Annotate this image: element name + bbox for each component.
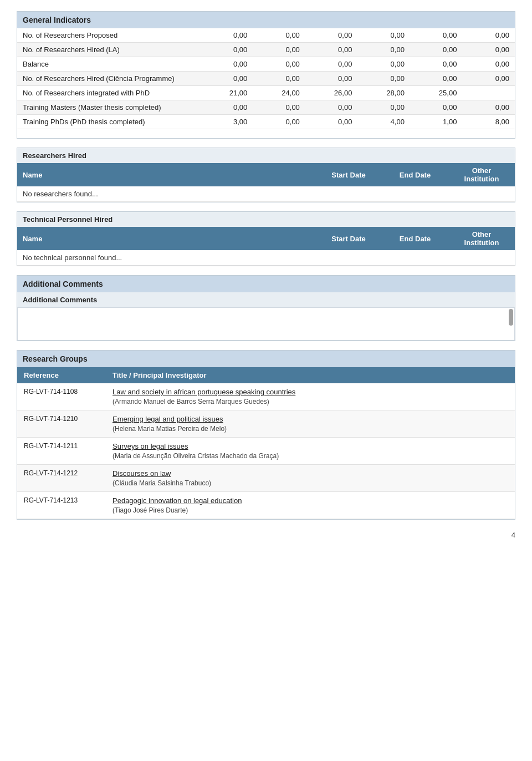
technical-end-date-col-header: End Date bbox=[382, 227, 448, 250]
general-row-value: 0,00 bbox=[201, 28, 253, 43]
general-row-value: 0,00 bbox=[201, 100, 253, 115]
research-group-row: RG-LVT-714-1213Pedagogic innovation on l… bbox=[17, 492, 515, 519]
rg-reference-col-header: Reference bbox=[17, 367, 106, 383]
technical-name-col-header: Name bbox=[17, 227, 315, 250]
general-row-value: 1,00 bbox=[410, 115, 463, 129]
rg-reference: RG-LVT-714-1210 bbox=[17, 410, 106, 438]
general-row-value: 26,00 bbox=[305, 86, 358, 100]
research-group-row: RG-LVT-714-1210Emerging legal and politi… bbox=[17, 410, 515, 438]
general-indicators-section: General Indicators No. of Researchers Pr… bbox=[17, 11, 515, 139]
general-row-value: 0,00 bbox=[462, 43, 515, 57]
rg-title-cell: Emerging legal and political issues(Hele… bbox=[106, 410, 515, 438]
general-indicators-row: Training Masters (Master thesis complete… bbox=[17, 100, 515, 115]
research-group-row: RG-LVT-714-1108Law and society in africa… bbox=[17, 383, 515, 410]
general-row-value: 0,00 bbox=[201, 72, 253, 86]
general-row-value: 0,00 bbox=[357, 57, 410, 72]
research-groups-table: Reference Title / Principal Investigator… bbox=[17, 367, 515, 519]
researchers-no-found-row: No researchers found... bbox=[17, 186, 515, 202]
research-group-row: RG-LVT-714-1212Discourses on law(Cláudia… bbox=[17, 465, 515, 492]
rg-reference: RG-LVT-714-1108 bbox=[17, 383, 106, 410]
rg-title-cell: Law and society in african portuguese sp… bbox=[106, 383, 515, 410]
general-row-label: No. of Researchers Hired (Ciência Progra… bbox=[17, 72, 201, 86]
rg-title-link[interactable]: Emerging legal and political issues bbox=[112, 415, 508, 423]
general-indicators-row: Balance0,000,000,000,000,000,00 bbox=[17, 57, 515, 72]
rg-reference: RG-LVT-714-1211 bbox=[17, 438, 106, 465]
general-row-value: 21,00 bbox=[201, 86, 253, 100]
general-indicators-header: General Indicators bbox=[17, 12, 515, 28]
rg-investigator: (Helena Maria Matias Pereira de Melo) bbox=[112, 425, 227, 433]
general-row-value: 0,00 bbox=[462, 28, 515, 43]
general-row-value: 0,00 bbox=[253, 57, 305, 72]
general-row-value: 0,00 bbox=[305, 72, 358, 86]
general-row-label: No. of Researchers Proposed bbox=[17, 28, 201, 43]
general-row-value: 0,00 bbox=[305, 28, 358, 43]
general-row-value: 0,00 bbox=[410, 100, 463, 115]
rg-title-link[interactable]: Law and society in african portuguese sp… bbox=[112, 388, 508, 396]
additional-comments-section: Additional Comments Additional Comments bbox=[17, 275, 515, 341]
technical-start-date-col-header: Start Date bbox=[315, 227, 382, 250]
general-row-value: 0,00 bbox=[410, 28, 463, 43]
rg-investigator: (Armando Manuel de Barros Serra Marques … bbox=[112, 398, 269, 405]
rg-title-link[interactable]: Discourses on law bbox=[112, 469, 508, 478]
rg-investigator: (Tiago José Pires Duarte) bbox=[112, 506, 188, 514]
general-row-value: 0,00 bbox=[305, 100, 358, 115]
researchers-hired-table: Name Start Date End Date Other Instituti… bbox=[17, 163, 515, 202]
general-row-value: 0,00 bbox=[357, 28, 410, 43]
rg-title-link[interactable]: Surveys on legal issues bbox=[112, 442, 508, 450]
rg-title-cell: Surveys on legal issues(Maria de Assunçã… bbox=[106, 438, 515, 465]
rg-title-link[interactable]: Pedagogic innovation on legal education bbox=[112, 496, 508, 505]
general-row-value: 0,00 bbox=[357, 43, 410, 57]
general-row-value: 25,00 bbox=[410, 86, 463, 100]
general-row-value: 0,00 bbox=[410, 57, 463, 72]
general-row-value: 0,00 bbox=[357, 72, 410, 86]
general-row-value: 24,00 bbox=[253, 86, 305, 100]
rg-reference: RG-LVT-714-1212 bbox=[17, 465, 106, 492]
rg-title-cell: Discourses on law(Cláudia Maria Salsinha… bbox=[106, 465, 515, 492]
researchers-name-col-header: Name bbox=[17, 163, 315, 186]
technical-personnel-table-header-row: Name Start Date End Date Other Instituti… bbox=[17, 227, 515, 250]
technical-no-found-text: No technical personnel found... bbox=[17, 250, 515, 266]
general-row-value: 0,00 bbox=[305, 115, 358, 129]
general-row-value: 0,00 bbox=[462, 72, 515, 86]
general-row-value: 3,00 bbox=[201, 115, 253, 129]
technical-no-found-row: No technical personnel found... bbox=[17, 250, 515, 266]
general-indicators-table: No. of Researchers Proposed0,000,000,000… bbox=[17, 28, 515, 129]
additional-comments-section-header: Additional Comments bbox=[17, 276, 515, 292]
general-row-value bbox=[462, 86, 515, 100]
general-row-label: Training Masters (Master thesis complete… bbox=[17, 100, 201, 115]
general-row-label: No. of Researchers Hired (LA) bbox=[17, 43, 201, 57]
research-group-row: RG-LVT-714-1211Surveys on legal issues(M… bbox=[17, 438, 515, 465]
rg-investigator: (Maria de Assunção Oliveira Cristas Mach… bbox=[112, 452, 279, 460]
general-row-value: 0,00 bbox=[253, 115, 305, 129]
researchers-start-date-col-header: Start Date bbox=[315, 163, 382, 186]
general-row-value: 0,00 bbox=[253, 100, 305, 115]
general-indicators-row: No. of Researchers integrated with PhD21… bbox=[17, 86, 515, 100]
technical-personnel-hired-header: Technical Personnel Hired bbox=[17, 212, 515, 227]
general-row-label: Training PhDs (PhD thesis completed) bbox=[17, 115, 201, 129]
general-row-value: 0,00 bbox=[410, 72, 463, 86]
research-groups-header: Research Groups bbox=[17, 351, 515, 367]
scrollbar bbox=[509, 309, 513, 326]
technical-other-institution-col-header: Other Institution bbox=[448, 227, 515, 250]
general-row-value: 0,00 bbox=[305, 57, 358, 72]
general-row-value: 0,00 bbox=[357, 100, 410, 115]
general-row-value: 0,00 bbox=[201, 57, 253, 72]
general-indicators-row: No. of Researchers Hired (Ciência Progra… bbox=[17, 72, 515, 86]
rg-title-pi-col-header: Title / Principal Investigator bbox=[106, 367, 515, 383]
general-row-value: 28,00 bbox=[357, 86, 410, 100]
additional-comments-box bbox=[17, 307, 515, 341]
general-row-value: 0,00 bbox=[462, 100, 515, 115]
general-row-value: 4,00 bbox=[357, 115, 410, 129]
general-indicators-row: Training PhDs (PhD thesis completed)3,00… bbox=[17, 115, 515, 129]
technical-personnel-hired-table: Name Start Date End Date Other Instituti… bbox=[17, 227, 515, 266]
general-row-value: 8,00 bbox=[462, 115, 515, 129]
general-indicators-row: No. of Researchers Hired (LA)0,000,000,0… bbox=[17, 43, 515, 57]
rg-reference: RG-LVT-714-1213 bbox=[17, 492, 106, 519]
research-groups-section: Research Groups Reference Title / Princi… bbox=[17, 350, 515, 520]
researchers-other-institution-col-header: Other Institution bbox=[448, 163, 515, 186]
general-row-value: 0,00 bbox=[305, 43, 358, 57]
researchers-hired-table-header-row: Name Start Date End Date Other Instituti… bbox=[17, 163, 515, 186]
general-row-value: 0,00 bbox=[253, 28, 305, 43]
general-row-value: 0,00 bbox=[410, 43, 463, 57]
researchers-hired-section: Researchers Hired Name Start Date End Da… bbox=[17, 148, 515, 202]
